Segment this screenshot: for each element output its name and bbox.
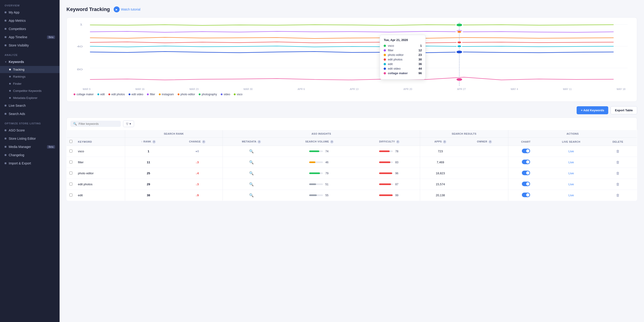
chart-toggle-cell[interactable]: [508, 157, 544, 168]
owner-help-icon[interactable]: ?: [488, 140, 492, 143]
legend-item[interactable]: instagram: [159, 93, 174, 96]
row-checkbox[interactable]: [70, 194, 72, 197]
export-table-button[interactable]: Export Table: [610, 106, 637, 114]
legend-item[interactable]: collage maker: [74, 93, 94, 96]
search-input[interactable]: [78, 122, 111, 125]
diff-bar-bg: [379, 161, 393, 163]
sv-help-icon[interactable]: ?: [330, 140, 334, 143]
apps-help-icon[interactable]: ?: [443, 140, 446, 143]
sidebar-item-app-timeline[interactable]: App Timeline Beta: [0, 33, 60, 41]
live-search-link[interactable]: Live: [568, 150, 574, 153]
live-search-cell[interactable]: Live: [544, 168, 599, 179]
diff-help-icon[interactable]: ?: [396, 140, 400, 143]
row-checkbox-cell[interactable]: [67, 190, 76, 201]
sidebar-item-aso-score[interactable]: ASO Score: [0, 126, 60, 134]
sidebar-item-app-metrics[interactable]: App Metrics: [0, 16, 60, 25]
legend-item[interactable]: edit video: [128, 93, 143, 96]
chart-toggle[interactable]: [522, 171, 530, 175]
delete-icon[interactable]: 🗑: [616, 160, 620, 164]
sidebar-item-live-search[interactable]: Live Search: [0, 101, 60, 110]
legend-item[interactable]: vsco: [234, 93, 242, 96]
delete-icon[interactable]: 🗑: [616, 182, 620, 186]
live-search-cell[interactable]: Live: [544, 179, 599, 190]
row-checkbox[interactable]: [70, 161, 72, 164]
watch-tutorial-link[interactable]: ▶ Watch tutorial: [114, 6, 140, 12]
sidebar-item-store-visibility[interactable]: Store Visibility: [0, 41, 60, 49]
row-checkbox-cell[interactable]: [67, 168, 76, 179]
delete-cell[interactable]: 🗑: [599, 146, 637, 157]
chart-toggle[interactable]: [522, 182, 530, 186]
live-search-link[interactable]: Live: [568, 161, 574, 164]
metadata-cell[interactable]: 🔍: [222, 190, 280, 201]
delete-cell[interactable]: 🗑: [599, 157, 637, 168]
delete-icon[interactable]: 🗑: [616, 149, 620, 153]
legend-item[interactable]: video: [221, 93, 230, 96]
row-checkbox-cell[interactable]: [67, 179, 76, 190]
metadata-icon[interactable]: 🔍: [249, 193, 254, 197]
row-checkbox-cell[interactable]: [67, 146, 76, 157]
sidebar-item-import-export[interactable]: Import & Export: [0, 159, 60, 167]
keyword-cell: vsco: [75, 146, 125, 157]
metadata-help-icon[interactable]: ?: [258, 140, 261, 143]
chart-toggle-cell[interactable]: [508, 168, 544, 179]
sv-bar-bg: [309, 172, 323, 174]
filter-button[interactable]: ▽ ▾: [123, 120, 134, 127]
add-keywords-button[interactable]: + Add Keywords: [576, 106, 608, 114]
sidebar-group-keywords[interactable]: ▼ Keywords: [0, 58, 60, 66]
sidebar-item-search-ads[interactable]: Search Ads: [0, 110, 60, 118]
live-search-link[interactable]: Live: [568, 183, 574, 186]
row-checkbox[interactable]: [70, 150, 72, 153]
chart-toggle-cell[interactable]: [508, 190, 544, 201]
metadata-cell[interactable]: 🔍: [222, 157, 280, 168]
svg-text:40: 40: [77, 45, 82, 48]
chart-area[interactable]: 1 40 80: [71, 22, 632, 86]
live-search-cell[interactable]: Live: [544, 146, 599, 157]
live-search-link[interactable]: Live: [568, 194, 574, 197]
tooltip-label: filter: [388, 48, 417, 52]
delete-icon[interactable]: 🗑: [616, 171, 620, 175]
sidebar-sub-item-finder[interactable]: Finder: [0, 80, 60, 87]
metadata-cell[interactable]: 🔍: [222, 168, 280, 179]
row-checkbox[interactable]: [70, 172, 72, 175]
delete-cell[interactable]: 🗑: [599, 179, 637, 190]
sidebar: OVERVIEW My App App Metrics Competitors …: [0, 0, 60, 322]
rank-help-icon[interactable]: ?: [152, 140, 156, 143]
metadata-icon[interactable]: 🔍: [249, 171, 254, 175]
metadata-icon[interactable]: 🔍: [249, 149, 254, 153]
sidebar-sub-item-competitor-keywords[interactable]: Competitor Keywords: [0, 87, 60, 94]
change-help-icon[interactable]: ?: [202, 140, 205, 143]
sidebar-item-changelog[interactable]: Changelog: [0, 151, 60, 159]
delete-icon[interactable]: 🗑: [616, 193, 620, 197]
row-checkbox[interactable]: [70, 183, 72, 186]
delete-cell[interactable]: 🗑: [599, 190, 637, 201]
sidebar-item-competitors[interactable]: Competitors: [0, 25, 60, 33]
legend-item[interactable]: photo editor: [178, 93, 195, 96]
chart-toggle-cell[interactable]: [508, 146, 544, 157]
delete-cell[interactable]: 🗑: [599, 168, 637, 179]
metadata-icon[interactable]: 🔍: [249, 182, 254, 186]
chart-toggle[interactable]: [522, 160, 530, 164]
metadata-cell[interactable]: 🔍: [222, 179, 280, 190]
sidebar-sub-item-tracking[interactable]: Tracking: [0, 66, 60, 73]
sidebar-sub-item-rankings[interactable]: Rankings: [0, 73, 60, 80]
th-select-all[interactable]: [67, 138, 76, 146]
sidebar-item-my-app[interactable]: My App: [0, 8, 60, 16]
live-search-cell[interactable]: Live: [544, 190, 599, 201]
legend-item[interactable]: edit photos: [108, 93, 125, 96]
metadata-cell[interactable]: 🔍: [222, 146, 280, 157]
select-all-checkbox[interactable]: [70, 140, 72, 143]
sidebar-item-store-listing-editor[interactable]: Store Listing Editor: [0, 134, 60, 143]
row-checkbox-cell[interactable]: [67, 157, 76, 168]
chart-toggle[interactable]: [522, 193, 530, 197]
live-search-cell[interactable]: Live: [544, 157, 599, 168]
sidebar-sub-item-metadata-explorer[interactable]: Metadata Explorer: [0, 94, 60, 101]
chart-toggle[interactable]: [522, 149, 530, 153]
change-value: ↓3: [196, 161, 199, 164]
chart-toggle-cell[interactable]: [508, 179, 544, 190]
metadata-icon[interactable]: 🔍: [249, 160, 254, 164]
sidebar-item-media-manager[interactable]: Media Manager Beta: [0, 143, 60, 151]
legend-item[interactable]: photography: [199, 93, 217, 96]
legend-item[interactable]: filter: [147, 93, 155, 96]
live-search-link[interactable]: Live: [568, 172, 574, 175]
legend-item[interactable]: edit: [98, 93, 105, 96]
